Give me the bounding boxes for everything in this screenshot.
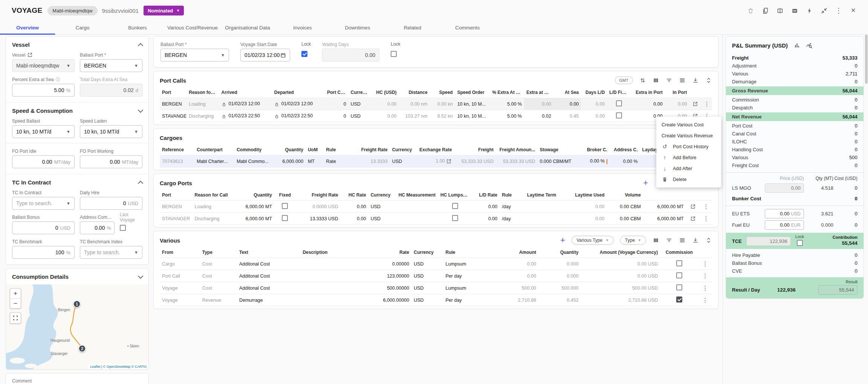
row-checkbox[interactable] <box>452 203 458 209</box>
various-type-filter[interactable]: Various Type▼ <box>572 236 614 245</box>
ballast-bonus-input[interactable]: 0USD <box>12 221 75 234</box>
columns-icon[interactable] <box>653 237 659 244</box>
zoom-out-button[interactable]: − <box>10 298 21 308</box>
tab-overview[interactable]: Overview <box>0 21 55 34</box>
row-checkbox[interactable] <box>452 215 458 221</box>
speed-laden-select[interactable]: 10 kn, 10 MT/d▼ <box>80 125 142 138</box>
open-in-new-icon[interactable] <box>27 52 33 58</box>
carto-link[interactable]: © CARTO <box>131 365 147 369</box>
filter-icon[interactable] <box>666 77 672 84</box>
vessel-select[interactable]: Mabl-mloeqmdtqw▼ <box>12 59 75 72</box>
speed-ballast-select[interactable]: 10 kn, 10 MT/d▼ <box>12 125 75 138</box>
collapse-button[interactable] <box>821 7 827 14</box>
column-header[interactable]: Rule <box>324 144 355 155</box>
table-row[interactable]: 70743613Mabl Charter...Mabl Commo...6,00… <box>160 155 712 167</box>
bar-chart-icon[interactable] <box>793 42 800 49</box>
row-menu-button[interactable]: ⋮ <box>704 101 710 107</box>
ballast-port-select[interactable]: BERGEN▼ <box>80 59 142 72</box>
open-row-button[interactable] <box>692 101 698 107</box>
fuel-eu-price-input[interactable]: 0.00EUR <box>765 220 804 230</box>
column-header[interactable]: Reference <box>160 144 194 155</box>
tab-related[interactable]: Related <box>385 21 440 34</box>
column-header[interactable]: Reason for Call <box>192 190 232 201</box>
last-voyage-checkbox[interactable] <box>120 225 126 231</box>
column-header[interactable]: Commodity <box>234 144 274 155</box>
type-filter[interactable]: Type▼ <box>620 236 646 245</box>
column-header[interactable]: UoM <box>306 144 324 155</box>
column-header[interactable]: Quantity <box>274 144 306 155</box>
table-row[interactable]: VoyageRevenueDemurrage6,000.00000USDPer … <box>160 294 712 306</box>
column-header[interactable]: Speed <box>430 87 455 98</box>
column-header[interactable]: Laytime Term <box>525 190 567 201</box>
column-header[interactable]: Type <box>200 247 237 258</box>
column-header[interactable]: Extra at Sea <box>524 87 553 98</box>
column-header[interactable]: Address C. <box>610 144 640 155</box>
map-marker-2[interactable]: 2 <box>78 345 86 352</box>
line-search-icon[interactable] <box>805 42 812 49</box>
table-row[interactable]: VoyageCostAdditonal Cost500.00000USDLump… <box>160 282 712 294</box>
row-checkbox[interactable] <box>282 215 288 221</box>
table-row[interactable]: BERGENLoading01/02/23 12:0001/02/23 12:0… <box>160 98 712 110</box>
column-header[interactable]: Amount <box>491 247 538 258</box>
column-header[interactable]: Days L/D <box>581 87 607 98</box>
delete-button[interactable] <box>747 7 754 14</box>
table-row[interactable]: STAVANGERDischarging6,000.00 MT13.3333 U… <box>160 213 712 225</box>
column-header[interactable]: Description <box>300 247 364 258</box>
column-header[interactable]: In Port <box>665 87 689 98</box>
export-pdf-button[interactable]: PDF <box>791 7 798 14</box>
column-header[interactable]: Freight Rate <box>296 190 341 201</box>
column-header[interactable]: Rule <box>443 247 491 258</box>
voyage-start-date-input[interactable]: 01/02/23 12:00 <box>240 49 290 61</box>
waiting-days-lock-checkbox[interactable] <box>391 51 397 57</box>
percent-extra-at-sea-input[interactable]: 5.00% <box>12 84 75 97</box>
menu-item-create-various-revenue[interactable]: Create Various Revenue <box>656 130 721 141</box>
row-checkbox[interactable] <box>676 284 682 290</box>
add-various-button[interactable]: + <box>560 236 565 244</box>
column-header[interactable]: Freight Amoun... <box>496 144 538 155</box>
column-header[interactable]: Rate <box>364 247 411 258</box>
address-commission-input[interactable]: 0.00% <box>80 221 115 234</box>
row-checkbox[interactable] <box>676 272 682 278</box>
column-header[interactable]: From <box>160 247 200 258</box>
column-header[interactable]: Rule <box>500 190 525 201</box>
column-header[interactable]: Amount (Voyage Currency) <box>581 247 660 258</box>
column-header[interactable]: Freight Rate <box>355 144 390 155</box>
column-header[interactable]: At Sea <box>553 87 581 98</box>
close-button[interactable]: ✕ <box>850 7 857 14</box>
column-header[interactable]: Departed <box>272 87 325 98</box>
column-header[interactable]: Freight <box>454 144 496 155</box>
column-header[interactable]: Volume <box>607 190 643 201</box>
column-header[interactable]: HC Lumpsum <box>438 190 472 201</box>
download-icon[interactable] <box>692 77 699 84</box>
row-menu-button[interactable]: ⋮ <box>702 261 708 267</box>
column-header[interactable]: L/D Fixed <box>607 87 631 98</box>
column-header[interactable]: Speed Order <box>455 87 490 98</box>
density-icon[interactable] <box>679 237 686 244</box>
osm-link[interactable]: © OpenStreetMap <box>103 365 131 369</box>
route-map[interactable]: 1 2 Bergen Haugesund Stavanger • Skien +… <box>6 284 148 369</box>
column-header[interactable]: Reason for C... <box>186 87 219 98</box>
tab-organisational-data[interactable]: Organisational Data <box>220 21 275 34</box>
tab-cargo[interactable]: Cargo <box>55 21 110 34</box>
tc-benchmark-index-select[interactable]: Type to search.▼ <box>80 246 142 259</box>
column-header[interactable]: Broker C. <box>579 144 610 155</box>
row-menu-button[interactable]: ⋮ <box>702 297 708 303</box>
ballast-port-select-main[interactable]: BERGEN▼ <box>160 49 229 61</box>
download-icon[interactable] <box>692 237 699 244</box>
column-header[interactable]: Commission <box>660 247 698 258</box>
row-checkbox[interactable] <box>676 296 682 303</box>
row-checkbox[interactable] <box>616 100 622 106</box>
column-header[interactable]: Laytime Used <box>567 190 607 201</box>
tab-comments[interactable]: Comments <box>440 21 495 34</box>
open-row-button[interactable] <box>690 216 696 221</box>
column-header[interactable]: Text <box>237 247 300 258</box>
column-header[interactable]: Counterpart <box>194 144 234 155</box>
row-checkbox[interactable] <box>676 260 682 266</box>
collapse-tc-chevron[interactable] <box>138 181 143 186</box>
duplicate-button[interactable] <box>762 7 769 14</box>
tab-bunkers[interactable]: Bunkers <box>110 21 165 34</box>
columns-icon[interactable] <box>653 77 659 84</box>
tce-lock-checkbox[interactable] <box>797 240 803 246</box>
gmt-toggle[interactable]: GMT <box>615 77 633 84</box>
column-header[interactable]: Currency <box>348 87 372 98</box>
